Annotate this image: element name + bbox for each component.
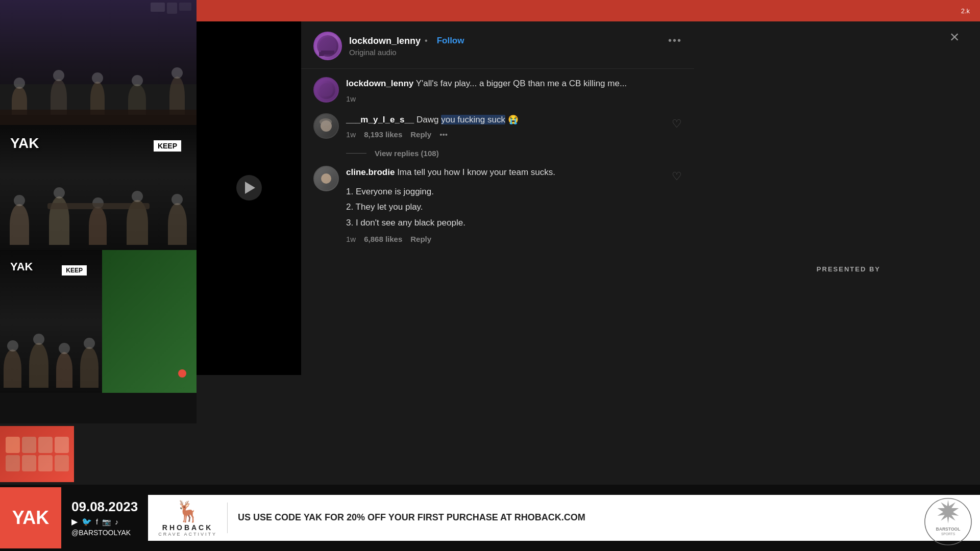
comment-likes-1: 8,193 likes bbox=[364, 130, 402, 139]
post-avatar bbox=[313, 32, 342, 60]
yak-label-3: YAK bbox=[10, 260, 33, 273]
comment-text-2: cline.brodie Ima tell you how I know you… bbox=[346, 166, 682, 179]
field-preview bbox=[102, 250, 197, 393]
caption-text: lockdown_lenny Y'all's fav play... a big… bbox=[346, 77, 682, 90]
thumbnail-1[interactable] bbox=[0, 0, 197, 125]
caption-body: Y'all's fav play... a bigger QB than me … bbox=[413, 79, 627, 88]
sponsor-banner: 🦌 RHOBACK CRAVE ACTIVITY US USE CODE YAK… bbox=[148, 495, 980, 541]
top-bar: 2.k bbox=[197, 0, 980, 21]
comment-content-2: cline.brodie Ima tell you how I know you… bbox=[346, 166, 682, 243]
post-caption: lockdown_lenny Y'all's fav play... a big… bbox=[313, 77, 682, 103]
cartoon-characters bbox=[0, 426, 74, 482]
barstool-logo: BARSTOOL SPORTS bbox=[924, 497, 972, 546]
comment-item-1: ___m_y_l_e_s__ Dawg you fucking suck 😭 1… bbox=[313, 113, 682, 139]
presented-by-label: PRESENTED BY bbox=[817, 265, 880, 273]
follow-button[interactable]: Follow bbox=[437, 36, 464, 46]
tiktok-icon: ♪ bbox=[115, 518, 118, 526]
comment-username-2: cline.brodie bbox=[346, 167, 395, 177]
view-replies-text-1: View replies (108) bbox=[375, 149, 439, 158]
comment-avatar-2 bbox=[313, 166, 339, 191]
bottom-info: 09.08.2023 ▶ 🐦 f 📷 ♪ @BARSTOOLYAK bbox=[61, 499, 148, 537]
social-handle: @BARSTOOLYAK bbox=[71, 529, 138, 537]
heart-icon-1[interactable]: ♡ bbox=[672, 117, 682, 131]
caption-meta: 1w bbox=[346, 94, 682, 103]
comment-likes-2: 6,868 likes bbox=[364, 235, 402, 243]
yak-logo: YAK bbox=[0, 487, 61, 548]
caption-time: 1w bbox=[346, 94, 356, 103]
comment-highlight-1: you fucking suck bbox=[441, 115, 505, 124]
list-item-1: 1. Everyone is jogging. bbox=[346, 184, 682, 200]
comment-reply-btn-1[interactable]: Reply bbox=[410, 130, 431, 139]
svg-text:BARSTOOL: BARSTOOL bbox=[936, 527, 961, 532]
thumbnail-2[interactable]: YAK KEEP bbox=[0, 125, 197, 250]
keep-sign-3: KEEP bbox=[62, 265, 87, 276]
list-item-2: 2. They let you play. bbox=[346, 199, 682, 215]
youtube-icon: ▶ bbox=[71, 517, 78, 527]
instagram-icon: 📷 bbox=[102, 518, 111, 526]
rhoback-tagline: CRAVE ACTIVITY bbox=[158, 532, 217, 537]
close-button[interactable]: × bbox=[939, 21, 970, 52]
comment-avatar-1 bbox=[313, 113, 339, 139]
post-header: lockdown_lenny • Follow Original audio •… bbox=[301, 21, 694, 69]
left-panel: YAK KEEP YAK KEEP bbox=[0, 0, 197, 423]
post-header-info: lockdown_lenny • Follow Original audio bbox=[349, 36, 682, 57]
original-audio: Original audio bbox=[349, 48, 682, 57]
comment-text-1: ___m_y_l_e_s__ Dawg you fucking suck 😭 bbox=[346, 113, 682, 127]
caption-username: lockdown_lenny bbox=[346, 79, 413, 88]
comment-content-1: ___m_y_l_e_s__ Dawg you fucking suck 😭 1… bbox=[346, 113, 682, 139]
rhoback-logo: 🦌 RHOBACK CRAVE ACTIVITY bbox=[158, 499, 217, 537]
comment-meta-2: 1w 6,868 likes Reply bbox=[346, 235, 682, 243]
caption-avatar bbox=[313, 77, 339, 103]
thumbnail-3[interactable]: YAK KEEP bbox=[0, 250, 197, 393]
comment-username-1: ___m_y_l_e_s__ bbox=[346, 115, 414, 124]
comment-more-1[interactable]: ••• bbox=[439, 130, 448, 139]
heart-icon-2[interactable]: ♡ bbox=[672, 170, 682, 183]
svg-text:SPORTS: SPORTS bbox=[941, 532, 955, 536]
date-display: 09.08.2023 bbox=[71, 499, 138, 515]
rhoback-deer-icon: 🦌 bbox=[175, 499, 201, 523]
close-icon: × bbox=[950, 28, 960, 46]
top-bar-content: 2.k bbox=[961, 7, 970, 15]
post-username: lockdown_lenny bbox=[349, 36, 421, 46]
comment-emoji-1: 😭 bbox=[505, 115, 519, 124]
social-icons-row: ▶ 🐦 f 📷 ♪ bbox=[71, 517, 138, 527]
sponsor-divider bbox=[227, 503, 228, 533]
comment-item-2: cline.brodie Ima tell you how I know you… bbox=[313, 166, 682, 243]
comment-reply-btn-2[interactable]: Reply bbox=[410, 235, 431, 243]
comment-list-2: 1. Everyone is jogging. 2. They let you … bbox=[346, 184, 682, 231]
view-replies-1[interactable]: View replies (108) bbox=[346, 149, 682, 158]
twitter-icon: 🐦 bbox=[82, 517, 92, 527]
comment-intro-2: Ima tell you how I know your team sucks. bbox=[395, 167, 555, 177]
comment-time-1: 1w bbox=[346, 130, 356, 139]
middle-video-panel[interactable] bbox=[197, 0, 301, 375]
caption-content: lockdown_lenny Y'all's fav play... a big… bbox=[346, 77, 682, 103]
rhoback-brand: RHOBACK bbox=[162, 523, 213, 532]
comment-time-2: 1w bbox=[346, 235, 356, 243]
keep-sign: KEEP bbox=[154, 140, 181, 152]
more-options-button[interactable]: ••• bbox=[668, 35, 682, 46]
list-item-3: 3. I don't see any black people. bbox=[346, 215, 682, 231]
comment-meta-1: 1w 8,193 likes Reply ••• bbox=[346, 130, 682, 139]
comments-panel: lockdown_lenny • Follow Original audio •… bbox=[301, 21, 694, 409]
yak-logo-text: YAK bbox=[12, 509, 50, 527]
yak-label-2: YAK bbox=[10, 135, 39, 152]
sponsor-promo-text: US USE CODE YAK FOR 20% OFF YOUR FIRST P… bbox=[238, 511, 585, 524]
replies-line bbox=[346, 153, 366, 154]
bottom-bar: YAK 09.08.2023 ▶ 🐦 f 📷 ♪ @BARSTOOLYAK 🦌 … bbox=[0, 485, 980, 551]
facebook-icon: f bbox=[96, 518, 98, 526]
comments-section: lockdown_lenny Y'all's fav play... a big… bbox=[301, 69, 694, 262]
separator: • bbox=[425, 36, 428, 45]
svg-marker-1 bbox=[938, 500, 959, 524]
comment-dawg: Dawg bbox=[416, 115, 441, 124]
